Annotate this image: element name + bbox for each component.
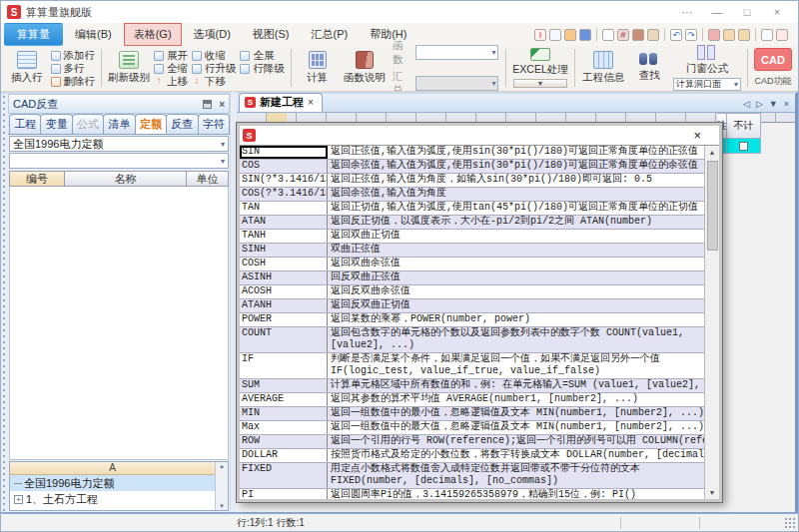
function-desc-cell[interactable]: 计算单元格区域中所有数值的和，例: 在单元格输入=SUM (value1, [v… (328, 379, 704, 392)
checkbox[interactable] (739, 142, 748, 151)
function-desc-cell[interactable]: 双曲正弦值 (328, 244, 704, 257)
col-header-code[interactable]: 编号 (9, 171, 65, 187)
function-row[interactable]: IF 判断是否满足某个条件，如果满足返回一个值，如果不满足返回另外一个值 IF(… (240, 353, 704, 379)
quota-search-dropdown[interactable]: ▾ (9, 153, 229, 169)
function-name-cell[interactable]: MIN (240, 407, 328, 420)
collapse-button[interactable]: 收缩 (192, 49, 237, 62)
opening-calc-dropdown[interactable]: 计算洞口面▾ (673, 78, 741, 91)
function-desc-cell[interactable]: 返回正弦值,输入值为角度，如输入sin(30*pi()/180)即可返回: 0.… (328, 174, 704, 187)
tab-close-icon[interactable]: × (308, 97, 314, 108)
panel-tab[interactable]: 变量 (40, 114, 72, 134)
panel-tab[interactable]: 清单 (103, 114, 135, 134)
excel-more-button[interactable]: ▼ (513, 79, 567, 88)
function-name-cell[interactable]: AVERAGE (240, 393, 328, 406)
function-name-cell[interactable]: TANH (240, 230, 328, 243)
add-row-button[interactable]: 添加行 (51, 49, 96, 62)
function-name-cell[interactable]: ATAN (240, 216, 328, 229)
calculate-button[interactable]: 计算 (296, 47, 340, 89)
insert-row-button[interactable]: 插入行 (5, 47, 49, 89)
scrollbar-thumb[interactable] (707, 161, 718, 251)
function-row[interactable]: DOLLAR 按照货币格式及给定的小数位数，将数字转换成文本 DOLLAR(nu… (240, 449, 704, 463)
function-row[interactable]: COUNT 返回包含数字的单元格的个数以及返回参数列表中的数字个数 COUNT(… (240, 327, 704, 353)
delete-row-button[interactable]: 删除行 (51, 75, 96, 88)
split-view-icon[interactable] (776, 29, 788, 41)
col-header-nocalc[interactable]: 不计 (727, 113, 761, 139)
panel-tab[interactable]: 工程 (9, 114, 41, 134)
function-desc-cell[interactable]: 返回反双曲余弦值 (328, 285, 704, 298)
function-row[interactable]: ACOSH 返回反双曲余弦值 (240, 285, 704, 299)
calculator-icon[interactable]: # (617, 29, 629, 41)
function-row[interactable]: TAN 返回正切值,输入值为弧度,使用tan(45*pi()/180)可返回正常… (240, 202, 704, 216)
expand-button[interactable]: 展开 (154, 49, 188, 62)
function-row[interactable]: SINH 双曲正弦值 (240, 244, 704, 258)
function-name-cell[interactable]: DOLLAR (240, 449, 328, 462)
function-row[interactable]: ATAN 返回反正切值，以弧度表示，大小在-pi/2到pi/2之间 ATAN(n… (240, 216, 704, 230)
menu-item[interactable]: 汇总(P) (302, 23, 359, 46)
function-row[interactable]: PI 返回圆周率Pi的值，3.14159265358979，精确到15位，例: … (240, 489, 704, 499)
function-row[interactable]: ATANH 返回反双曲正切值 (240, 299, 704, 313)
function-desc-cell[interactable]: 回反双曲正弦值 (328, 271, 704, 284)
panel-tab[interactable]: 公式 (72, 114, 104, 134)
function-row[interactable]: TANH 返回双曲正切值 (240, 230, 704, 244)
function-desc-cell[interactable]: 返回正切值,输入值为弧度,使用tan(45*pi()/180)可返回正常角度单位… (328, 202, 704, 215)
function-name-cell[interactable]: Max (240, 421, 328, 434)
function-desc-cell[interactable]: 返回双曲余弦值 (328, 258, 704, 270)
resize-grip[interactable] (784, 517, 796, 529)
function-desc-cell[interactable]: 返回某数的乘幂，POWER(number, power) (328, 313, 704, 326)
move-up-button[interactable]: ↑上移 (154, 75, 188, 88)
scroll-up-icon[interactable]: ▲ (709, 146, 716, 159)
new-file-icon[interactable] (549, 29, 561, 41)
function-row[interactable]: SIN 返回正弦值,输入值为弧度,使用sin(30*pi()/180)可返回正常… (240, 146, 704, 160)
function-desc-cell[interactable]: 返回正弦值,输入值为弧度,使用sin(30*pi()/180)可返回正常角度单位… (328, 146, 704, 159)
preview-icon[interactable] (761, 29, 773, 41)
row-upgrade-button[interactable]: 行升级 (192, 62, 237, 75)
menu-item[interactable]: 选项(D) (184, 23, 241, 46)
function-row[interactable]: ASINH 回反双曲正弦值 (240, 271, 704, 285)
table-icon[interactable] (647, 29, 659, 41)
function-desc-cell[interactable]: 返回余弦值,输入值为角度 (328, 188, 704, 201)
function-desc-cell[interactable]: 返回一组数值中的最小值，忽略逻辑值及文本 MIN(number1, [numbe… (328, 407, 704, 420)
tree-item[interactable]: + 全国1996电力定额 (10, 475, 215, 491)
function-name-cell[interactable]: ASINH (240, 271, 328, 284)
import-icon[interactable] (738, 29, 750, 41)
function-name-cell[interactable]: ROW (240, 435, 328, 448)
function-row[interactable]: SIN(?*3.1416/180) 返回正弦值,输入值为角度，如输入sin(30… (240, 174, 704, 188)
panel-tab[interactable]: 反查 (166, 114, 198, 134)
function-row[interactable]: COS 返回余弦值,输入值为弧度,使用sin(30*pi()/180)可返回正常… (240, 160, 704, 174)
tree-item[interactable]: + 1、土石方工程 (10, 491, 215, 507)
project-info-button[interactable]: 工程信息 (579, 47, 628, 89)
function-name-cell[interactable]: SIN(?*3.1416/180) (240, 174, 328, 187)
function-row[interactable]: COSH 返回双曲余弦值 (240, 258, 704, 271)
copy-icon[interactable] (602, 29, 614, 41)
find-button[interactable]: 查找 (628, 47, 672, 89)
tree-scrollbar[interactable]: ▲ ▼ (215, 462, 228, 510)
nocalc-cell[interactable] (727, 139, 761, 154)
function-name-cell[interactable]: PI (240, 489, 328, 499)
function-name-cell[interactable]: POWER (240, 313, 328, 326)
function-name-cell[interactable]: IF (240, 353, 328, 378)
function-desc-cell[interactable]: 返回圆周率Pi的值，3.14159265358979，精确到15位，例: PI(… (328, 489, 704, 499)
function-help-button[interactable]: 函数说明 (339, 47, 390, 89)
save-all-icon[interactable] (708, 29, 720, 41)
panel-splitter[interactable] (230, 92, 237, 512)
function-name-cell[interactable]: COSH (240, 258, 328, 270)
panel-tab[interactable]: 字符 (198, 114, 230, 134)
close-button[interactable]: × (762, 3, 792, 21)
col-header-unit[interactable]: 单位 (187, 171, 229, 187)
menu-item[interactable]: 编辑(B) (65, 23, 122, 46)
dialog-title-bar[interactable]: S × (240, 126, 719, 146)
menu-item[interactable]: 表格(G) (124, 23, 182, 46)
function-desc-cell[interactable]: 返回一个引用的行号 ROW(reference);返回一个引用的列号可以用 CO… (328, 435, 704, 448)
function-name-cell[interactable]: SUM (240, 379, 328, 392)
save-icon[interactable] (579, 29, 591, 41)
redo-icon[interactable]: ↷ (685, 29, 697, 41)
minimize-button[interactable]: — (702, 3, 732, 21)
menu-item[interactable]: 视图(S) (243, 23, 300, 46)
function-name-cell[interactable]: COS (240, 160, 328, 173)
function-row[interactable]: MIN 返回一组数值中的最小值，忽略逻辑值及文本 MIN(number1, [n… (240, 407, 704, 421)
function-name-cell[interactable]: COS(?*3.1416/180) (240, 188, 328, 201)
format-icon[interactable]: I (534, 29, 546, 41)
sheet-column-headers[interactable] (237, 113, 795, 123)
function-row[interactable]: ROW 返回一个引用的行号 ROW(reference);返回一个引用的列号可以… (240, 435, 704, 449)
document-tab[interactable]: S 新建工程 × (239, 93, 323, 112)
